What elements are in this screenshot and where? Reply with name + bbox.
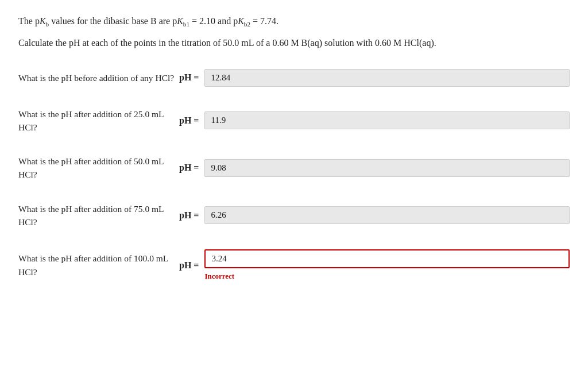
answer-wrapper-3 xyxy=(204,159,570,177)
question-label-5: What is the pH after addition of 100.0 m… xyxy=(18,252,179,279)
intro-line2: Calculate the pH at each of the points i… xyxy=(18,36,570,51)
question-label-3: What is the pH after addition of 50.0 mL… xyxy=(18,155,179,182)
answer-row-1: pH = xyxy=(179,69,570,87)
question-label-2: What is the pH after addition of 25.0 mL… xyxy=(18,107,179,134)
answer-row-2: pH = xyxy=(179,111,570,129)
ph-label-5: pH = xyxy=(179,260,199,271)
question-block-3: What is the pH after addition of 50.0 mL… xyxy=(18,155,570,182)
answer-row-4: pH = xyxy=(179,206,570,224)
answer-wrapper-2 xyxy=(204,111,570,129)
intro-line1: The pKb values for the dibasic base B ar… xyxy=(18,14,570,30)
answer-row-3: pH = xyxy=(179,159,570,177)
question-label-1: What is the pH before addition of any HC… xyxy=(18,71,179,84)
answer-wrapper-1 xyxy=(204,69,570,87)
answer-row-5: pH = Incorrect xyxy=(179,249,570,281)
ph-label-2: pH = xyxy=(179,115,199,126)
feedback-area-5: Incorrect xyxy=(204,271,570,281)
question-block-5: What is the pH after addition of 100.0 m… xyxy=(18,249,570,281)
answer-wrapper-4 xyxy=(204,206,570,224)
ph-label-4: pH = xyxy=(179,210,199,221)
question-block-2: What is the pH after addition of 25.0 mL… xyxy=(18,107,570,134)
answer-input-4[interactable] xyxy=(204,206,570,224)
answer-wrapper-5: Incorrect xyxy=(204,249,570,281)
ph-label-3: pH = xyxy=(179,163,199,173)
ph-label-1: pH = xyxy=(179,72,199,83)
question-block-4: What is the pH after addition of 75.0 mL… xyxy=(18,202,570,229)
answer-input-5[interactable] xyxy=(204,249,570,268)
answer-input-3[interactable] xyxy=(204,159,570,177)
answer-input-1[interactable] xyxy=(204,69,570,87)
answer-input-2[interactable] xyxy=(204,111,570,129)
question-block-1: What is the pH before addition of any HC… xyxy=(18,69,570,87)
question-label-4: What is the pH after addition of 75.0 mL… xyxy=(18,202,179,229)
incorrect-label-5: Incorrect xyxy=(204,272,234,280)
